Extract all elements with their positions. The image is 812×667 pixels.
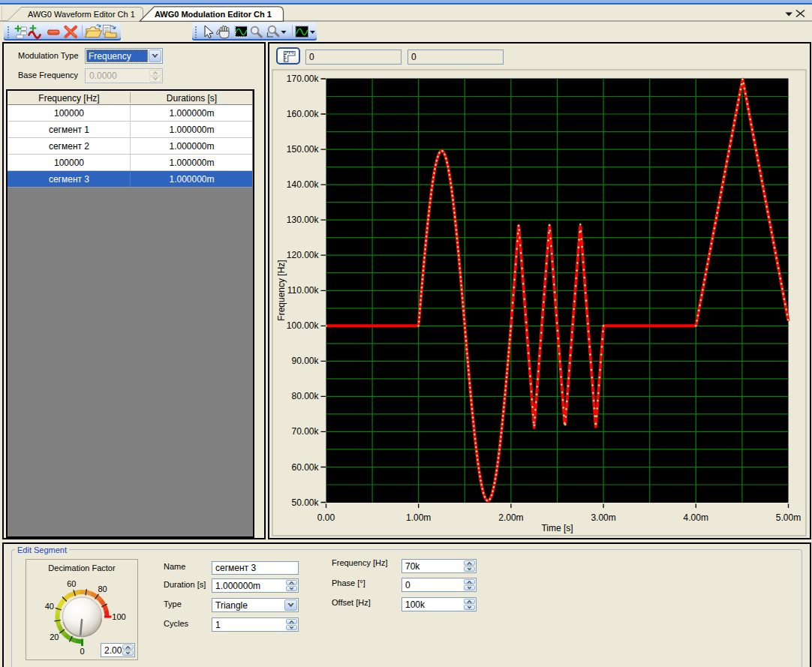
- svg-text:1.00m: 1.00m: [406, 512, 431, 523]
- svg-text:170.00k: 170.00k: [287, 74, 320, 84]
- svg-text:60: 60: [67, 579, 76, 588]
- svg-text:4.00m: 4.00m: [684, 512, 708, 523]
- svg-text:40: 40: [45, 602, 54, 611]
- svg-text:AWG0 Modulation Editor Ch 1: AWG0 Modulation Editor Ch 1: [155, 10, 272, 19]
- svg-text:70.00k: 70.00k: [291, 426, 319, 437]
- svg-text:20: 20: [50, 632, 59, 641]
- svg-text:3.00m: 3.00m: [591, 512, 615, 523]
- svg-text:130.00k: 130.00k: [287, 215, 320, 225]
- svg-text:80: 80: [98, 584, 107, 593]
- svg-text:AWG0 Waveform Editor Ch 1: AWG0 Waveform Editor Ch 1: [28, 10, 135, 19]
- svg-text:50.00k: 50.00k: [291, 497, 319, 508]
- svg-text:90.00k: 90.00k: [291, 356, 319, 366]
- svg-text:100.00k: 100.00k: [287, 320, 320, 331]
- svg-text:160.00k: 160.00k: [287, 109, 320, 119]
- svg-text:0.00: 0.00: [317, 512, 335, 523]
- svg-text:110.00k: 110.00k: [287, 285, 320, 296]
- svg-text:Frequency [Hz]: Frequency [Hz]: [276, 260, 287, 320]
- svg-text:2.00m: 2.00m: [498, 512, 523, 523]
- svg-text:0: 0: [80, 647, 84, 656]
- svg-text:140.00k: 140.00k: [287, 179, 320, 190]
- svg-text:Time [s]: Time [s]: [541, 523, 573, 533]
- svg-text:80.00k: 80.00k: [291, 391, 319, 401]
- svg-text:120.00k: 120.00k: [287, 250, 320, 260]
- svg-text:60.00k: 60.00k: [291, 462, 319, 473]
- svg-text:150.00k: 150.00k: [287, 144, 320, 155]
- svg-text:100: 100: [112, 612, 125, 621]
- svg-text:5.00m: 5.00m: [776, 512, 801, 523]
